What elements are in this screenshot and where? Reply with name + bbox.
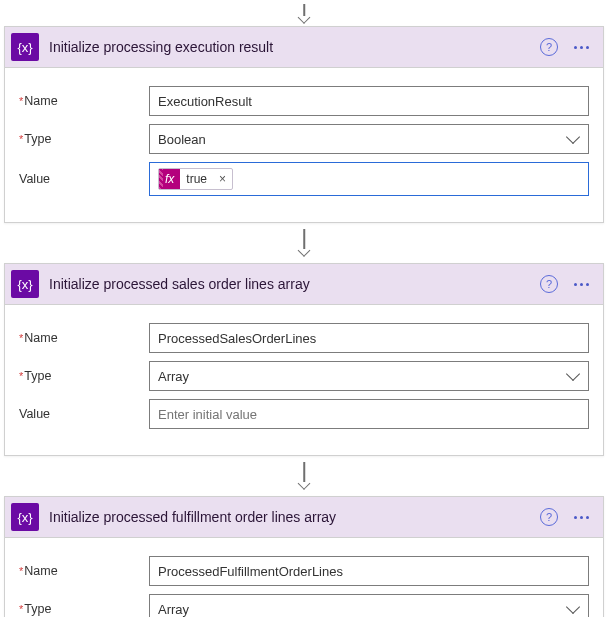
flow-container: Initialize processing execution result N… <box>4 4 604 617</box>
card-header[interactable]: Initialize processing execution result <box>5 27 603 68</box>
help-icon[interactable] <box>540 38 558 56</box>
token-text: true <box>180 172 213 186</box>
field-label-name: Name <box>19 564 139 578</box>
field-label-type: Type <box>19 602 139 616</box>
name-value: ProcessedFulfillmentOrderLines <box>158 564 343 579</box>
arrow-connector-icon <box>290 4 318 24</box>
arrow-connector-icon <box>290 229 318 257</box>
card-body: Name ProcessedFulfillmentOrderLines Type… <box>5 538 603 617</box>
card-menu-button[interactable] <box>568 512 595 523</box>
token-remove-button[interactable]: × <box>213 172 232 186</box>
chevron-down-icon <box>566 130 580 144</box>
help-icon[interactable] <box>540 508 558 526</box>
field-label-name: Name <box>19 94 139 108</box>
variable-icon <box>11 33 39 61</box>
type-select[interactable]: Array <box>149 361 589 391</box>
card-title: Initialize processed sales order lines a… <box>49 276 530 292</box>
type-value: Boolean <box>158 132 206 147</box>
name-input[interactable]: ProcessedFulfillmentOrderLines <box>149 556 589 586</box>
chevron-down-icon <box>566 600 580 614</box>
card-menu-button[interactable] <box>568 279 595 290</box>
variable-icon <box>11 503 39 531</box>
action-card-initialize-processed-sales-order-lines: Initialize processed sales order lines a… <box>4 263 604 456</box>
card-title: Initialize processing execution result <box>49 39 530 55</box>
type-value: Array <box>158 369 189 384</box>
card-title: Initialize processed fulfillment order l… <box>49 509 530 525</box>
chevron-down-icon <box>566 367 580 381</box>
field-label-name: Name <box>19 331 139 345</box>
name-input[interactable]: ProcessedSalesOrderLines <box>149 323 589 353</box>
card-body: Name ExecutionResult Type Boolean Value <box>5 68 603 222</box>
arrow-connector-icon <box>290 462 318 490</box>
fx-icon: fx <box>159 169 180 189</box>
value-placeholder: Enter initial value <box>158 407 257 422</box>
field-label-type: Type <box>19 369 139 383</box>
type-select[interactable]: Boolean <box>149 124 589 154</box>
action-card-initialize-execution-result: Initialize processing execution result N… <box>4 26 604 223</box>
name-input[interactable]: ExecutionResult <box>149 86 589 116</box>
name-value: ProcessedSalesOrderLines <box>158 331 316 346</box>
name-value: ExecutionResult <box>158 94 252 109</box>
card-menu-button[interactable] <box>568 42 595 53</box>
variable-icon <box>11 270 39 298</box>
card-header[interactable]: Initialize processed fulfillment order l… <box>5 497 603 538</box>
field-label-value: Value <box>19 172 139 186</box>
field-label-value: Value <box>19 407 139 421</box>
card-body: Name ProcessedSalesOrderLines Type Array… <box>5 305 603 455</box>
card-header[interactable]: Initialize processed sales order lines a… <box>5 264 603 305</box>
type-value: Array <box>158 602 189 617</box>
value-input[interactable]: Enter initial value <box>149 399 589 429</box>
type-select[interactable]: Array <box>149 594 589 617</box>
field-label-type: Type <box>19 132 139 146</box>
expression-token[interactable]: fx true × <box>158 168 233 190</box>
action-card-initialize-processed-fulfillment-order-lines: Initialize processed fulfillment order l… <box>4 496 604 617</box>
help-icon[interactable] <box>540 275 558 293</box>
value-input[interactable]: fx true × <box>149 162 589 196</box>
